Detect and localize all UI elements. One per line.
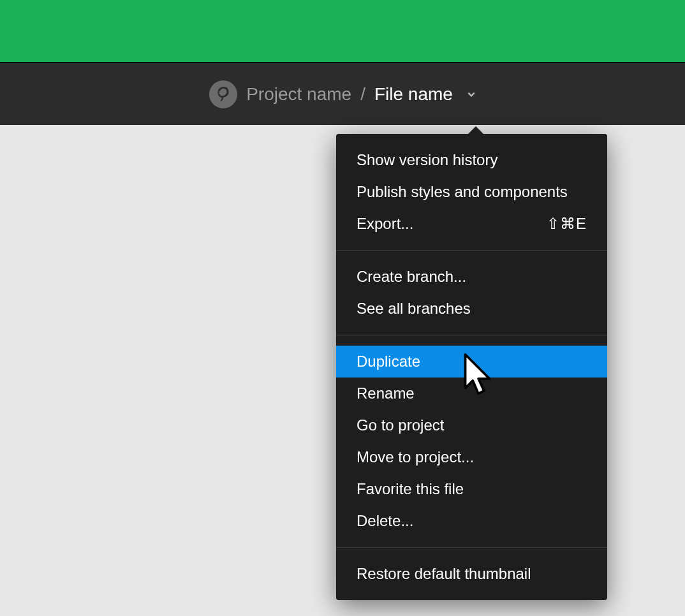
file-dropdown-menu: Show version history Publish styles and … (336, 134, 607, 600)
menu-item-label: Duplicate (357, 353, 420, 370)
breadcrumb: Project name / File name (209, 80, 476, 108)
breadcrumb-separator: / (360, 84, 365, 105)
menu-item-label: Favorite this file (357, 480, 464, 498)
menu-item-see-all-branches[interactable]: See all branches (336, 293, 607, 325)
menu-item-create-branch[interactable]: Create branch... (336, 261, 607, 293)
menu-item-restore-thumbnail[interactable]: Restore default thumbnail (336, 558, 607, 590)
menu-group-2: Create branch... See all branches (336, 251, 607, 335)
menu-item-label: Show version history (357, 151, 497, 169)
menu-item-go-to-project[interactable]: Go to project (336, 409, 607, 441)
menu-item-rename[interactable]: Rename (336, 378, 607, 409)
menu-group-4: Restore default thumbnail (336, 548, 607, 600)
file-name-label[interactable]: File name (374, 84, 453, 105)
menu-item-label: Export... (357, 215, 413, 233)
toolbar: Project name / File name (0, 62, 685, 125)
menu-group-1: Show version history Publish styles and … (336, 134, 607, 250)
project-name-label[interactable]: Project name (246, 84, 351, 105)
menu-group-3: Duplicate Rename Go to project Move to p… (336, 335, 607, 547)
menu-item-move-to-project[interactable]: Move to project... (336, 441, 607, 473)
project-icon[interactable] (209, 80, 237, 108)
keyboard-shortcut: ⇧⌘E (547, 215, 587, 233)
menu-item-favorite-file[interactable]: Favorite this file (336, 473, 607, 505)
dropdown-caret-icon (467, 126, 485, 135)
menu-item-label: Delete... (357, 512, 413, 530)
menu-item-label: Go to project (357, 416, 444, 434)
menu-item-export[interactable]: Export... ⇧⌘E (336, 208, 607, 240)
menu-item-label: Move to project... (357, 448, 474, 466)
menu-item-label: Create branch... (357, 268, 466, 286)
menu-item-publish-styles[interactable]: Publish styles and components (336, 176, 607, 208)
menu-item-label: Restore default thumbnail (357, 565, 531, 583)
menu-item-label: Publish styles and components (357, 183, 568, 201)
menu-item-label: Rename (357, 385, 415, 402)
menu-item-label: See all branches (357, 300, 471, 318)
chevron-down-icon[interactable] (467, 90, 476, 99)
menu-item-duplicate[interactable]: Duplicate (336, 346, 607, 378)
top-banner (0, 0, 685, 62)
leaf-icon (214, 85, 232, 103)
menu-item-delete[interactable]: Delete... (336, 505, 607, 537)
menu-item-show-version-history[interactable]: Show version history (336, 144, 607, 176)
